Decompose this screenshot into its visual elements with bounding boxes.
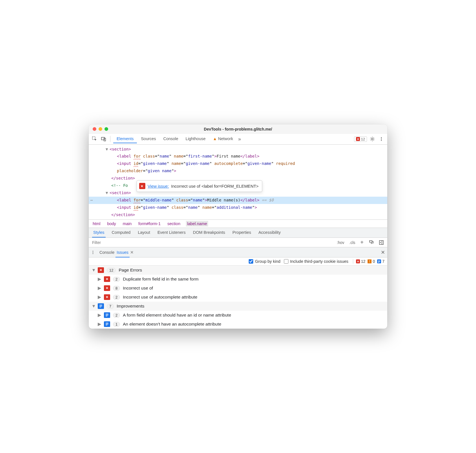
more-menu-icon[interactable] xyxy=(378,135,385,143)
panel-tabs: ElementsSourcesConsoleLighthouse▲ Networ… xyxy=(113,135,236,143)
dom-node[interactable]: ▼<section> xyxy=(89,146,387,153)
devtools-window: DevTools - form-problems.glitch.me/ Elem… xyxy=(89,124,387,329)
inspect-element-icon[interactable] xyxy=(91,135,98,143)
svg-rect-16 xyxy=(99,305,102,306)
svg-point-4 xyxy=(381,137,382,138)
new-style-rule-icon[interactable]: + xyxy=(359,239,365,246)
drawer-close-icon[interactable]: ✕ xyxy=(381,249,385,255)
breadcrumb-item[interactable]: main xyxy=(122,221,133,226)
drawer-tab-close-icon[interactable]: ✕ xyxy=(130,250,134,255)
panel-tab-network[interactable]: ▲ Network xyxy=(210,135,237,143)
issue-item[interactable]: ▶✕2Incorrect use of autocomplete attribu… xyxy=(89,293,387,302)
view-issue-link[interactable]: View issue: xyxy=(148,182,169,190)
window-title: DevTools - form-problems.glitch.me/ xyxy=(89,127,387,131)
panel-tab-elements[interactable]: Elements xyxy=(113,135,137,143)
error-counter[interactable]: ✕12 xyxy=(356,259,366,264)
main-toolbar: ElementsSourcesConsoleLighthouse▲ Networ… xyxy=(89,134,387,145)
dom-breadcrumbs: htmlbodymainform#form-1sectionlabel.name xyxy=(89,219,387,228)
minimize-window-button[interactable] xyxy=(99,127,102,131)
dom-node[interactable]: </section> xyxy=(89,211,387,219)
svg-rect-15 xyxy=(378,262,379,263)
device-toolbar-icon[interactable] xyxy=(100,135,107,143)
styles-filter-input[interactable] xyxy=(91,239,333,246)
styles-filter-bar: :hov .cls + xyxy=(89,238,387,247)
drawer-tab-issues[interactable]: Issues xyxy=(115,248,130,257)
styles-subtab-layout[interactable]: Layout xyxy=(137,228,151,237)
divider xyxy=(110,136,110,142)
svg-point-11 xyxy=(93,252,94,253)
breadcrumb-item[interactable]: form#form-1 xyxy=(137,221,162,226)
panel-tab-lighthouse[interactable]: Lighthouse xyxy=(182,135,209,143)
info-counter[interactable]: 7 xyxy=(377,259,384,264)
issue-group-header[interactable]: ▼✕12Page Errors xyxy=(89,266,387,275)
window-controls xyxy=(93,127,108,131)
panel-tab-console[interactable]: Console xyxy=(160,135,182,143)
drawer-tabs: ConsoleIssues✕ ✕ xyxy=(89,247,387,257)
drawer-tab-console[interactable]: Console xyxy=(98,248,115,257)
issue-item[interactable]: ▶1An element doesn't have an autocomplet… xyxy=(89,320,387,329)
styles-subtab-properties[interactable]: Properties xyxy=(231,228,252,237)
cls-toggle[interactable]: .cls xyxy=(348,240,356,245)
dom-node[interactable]: <input id="given-name" name="given-name"… xyxy=(89,160,387,167)
computed-sidebar-toggle-icon[interactable] xyxy=(378,239,385,246)
titlebar: DevTools - form-problems.glitch.me/ xyxy=(89,124,387,134)
issue-item[interactable]: ▶✕2Duplicate form field id in the same f… xyxy=(89,275,387,284)
styles-subtab-computed[interactable]: Computed xyxy=(111,228,132,237)
styles-subtab-dom-breakpoints[interactable]: DOM Breakpoints xyxy=(192,228,226,237)
error-message-icon xyxy=(139,183,145,189)
issue-group-header[interactable]: ▼7Improvements xyxy=(89,302,387,311)
dom-node[interactable]: <label for="middle-name" class="name">Mi… xyxy=(89,197,387,204)
group-by-kind-checkbox[interactable]: Group by kind xyxy=(249,259,280,264)
error-count: 12 xyxy=(361,137,365,141)
hov-toggle[interactable]: :hov xyxy=(336,240,345,245)
styles-subtab-styles[interactable]: Styles xyxy=(92,228,106,237)
svg-rect-13 xyxy=(378,261,380,261)
svg-rect-22 xyxy=(106,323,108,324)
third-party-checkbox[interactable]: Include third-party cookie issues xyxy=(284,259,348,264)
warning-counter[interactable]: !0 xyxy=(368,259,375,264)
styles-panel-tabs: StylesComputedLayoutEvent ListenersDOM B… xyxy=(89,228,387,238)
tooltip-message: Incorrect use of <label for=FORM_ELEMENT… xyxy=(171,182,259,190)
settings-icon[interactable] xyxy=(369,135,376,143)
panel-tab-sources[interactable]: Sources xyxy=(137,135,159,143)
svg-point-6 xyxy=(381,140,382,141)
dom-node[interactable]: <input id="given-name" class="name" name… xyxy=(89,204,387,211)
issues-list: ▼✕12Page Errors▶✕2Duplicate form field i… xyxy=(89,266,387,329)
svg-rect-18 xyxy=(99,307,101,308)
issue-item[interactable]: ▶✕8Incorrect use of xyxy=(89,284,387,293)
svg-rect-17 xyxy=(99,306,102,306)
svg-point-12 xyxy=(93,253,94,254)
issues-filter-bar: Group by kind Include third-party cookie… xyxy=(89,257,387,266)
svg-rect-20 xyxy=(106,315,108,315)
drawer-menu-icon[interactable] xyxy=(91,250,95,254)
breadcrumb-item[interactable]: body xyxy=(106,221,117,226)
elements-dom-tree[interactable]: ▼<section><label for class="name" name="… xyxy=(89,145,387,220)
issue-counters: ✕12 !0 7 xyxy=(353,259,384,264)
styles-subtab-event-listeners[interactable]: Event Listeners xyxy=(156,228,187,237)
breadcrumb-item[interactable]: section xyxy=(166,221,181,226)
svg-point-10 xyxy=(93,251,94,252)
issue-item[interactable]: ▶2A form field element should have an id… xyxy=(89,311,387,320)
svg-rect-19 xyxy=(106,314,108,315)
breadcrumb-item[interactable]: html xyxy=(92,221,101,226)
svg-rect-24 xyxy=(106,325,107,326)
svg-rect-23 xyxy=(106,324,108,324)
dom-node[interactable]: placeholder="given name"> xyxy=(89,167,387,175)
issue-tooltip: View issue: Incorrect use of <label for=… xyxy=(137,180,262,192)
paint-icon[interactable] xyxy=(368,239,375,246)
svg-point-5 xyxy=(381,138,382,139)
svg-point-3 xyxy=(372,138,373,140)
error-icon: ✕ xyxy=(356,137,360,141)
svg-rect-14 xyxy=(378,261,380,262)
svg-rect-7 xyxy=(370,241,372,242)
zoom-window-button[interactable] xyxy=(104,127,108,131)
svg-rect-2 xyxy=(104,138,106,141)
breadcrumb-item[interactable]: label.name xyxy=(186,221,208,226)
svg-rect-21 xyxy=(106,316,107,317)
error-count-badge[interactable]: ✕ 12 xyxy=(354,136,367,142)
more-panels-button[interactable]: » xyxy=(238,136,241,142)
dom-node[interactable]: <label for class="name" name="first-name… xyxy=(89,153,387,160)
close-window-button[interactable] xyxy=(93,127,96,131)
styles-subtab-accessibility[interactable]: Accessibility xyxy=(257,228,282,237)
